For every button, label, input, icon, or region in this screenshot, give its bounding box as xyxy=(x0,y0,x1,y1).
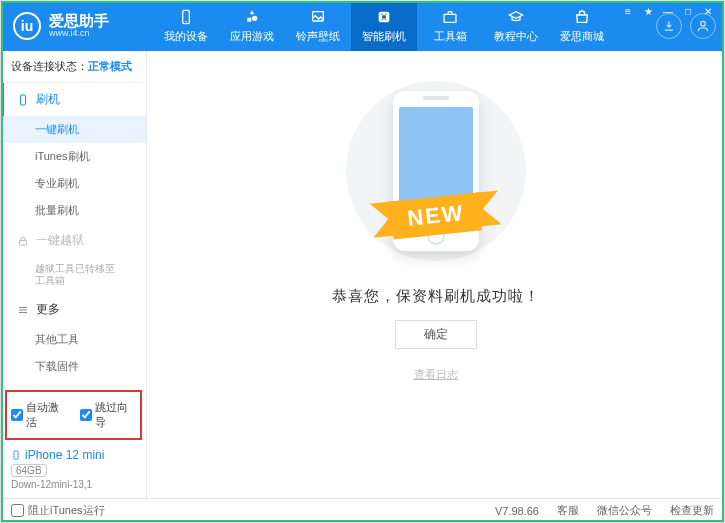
side-nav: 刷机 一键刷机 iTunes刷机 专业刷机 批量刷机 一键越狱 越狱工具已转移至 xyxy=(1,83,146,388)
minimize-icon[interactable]: — xyxy=(658,4,678,18)
sidebar-item-one-click-flash[interactable]: 一键刷机 xyxy=(1,116,146,143)
tutorial-icon xyxy=(507,8,525,26)
side-head-flash[interactable]: 刷机 xyxy=(1,83,146,116)
brand-url: www.i4.cn xyxy=(49,29,109,39)
app-title: 爱思助手 xyxy=(49,13,109,30)
menu-icon[interactable]: ≡ xyxy=(618,4,638,18)
side-section-more: 更多 其他工具 下载固件 高级功能 xyxy=(1,293,146,388)
phone-icon xyxy=(11,448,21,462)
brand-text: 爱思助手 www.i4.cn xyxy=(49,13,109,39)
checkbox-block-itunes[interactable]: 阻止iTunes运行 xyxy=(11,503,105,518)
nav-label: 我的设备 xyxy=(164,29,208,44)
nav-my-device[interactable]: 我的设备 xyxy=(153,1,219,51)
checkbox-label: 跳过向导 xyxy=(95,400,137,430)
device-note: Down-12mini-13,1 xyxy=(11,479,136,490)
sidebar-item-batch-flash[interactable]: 批量刷机 xyxy=(1,197,146,224)
svg-rect-4 xyxy=(444,14,456,22)
side-head-label: 刷机 xyxy=(36,91,60,108)
lock-icon xyxy=(16,234,30,248)
device-storage-badge: 64GB xyxy=(11,464,47,477)
connection-status: 设备连接状态：正常模式 xyxy=(1,51,146,83)
checkbox-auto-activate-input[interactable] xyxy=(11,409,23,421)
phone-icon xyxy=(177,8,195,26)
sidebar-item-other-tools[interactable]: 其他工具 xyxy=(1,326,146,353)
device-name: iPhone 12 mini xyxy=(11,448,136,462)
side-section-jailbreak: 一键越狱 越狱工具已转移至 工具箱 xyxy=(1,224,146,293)
device-name-text: iPhone 12 mini xyxy=(25,448,104,462)
more-icon xyxy=(16,303,30,317)
checkbox-label: 自动激活 xyxy=(26,400,68,430)
sidebar-item-jailbreak-moved: 越狱工具已转移至 工具箱 xyxy=(1,257,146,293)
nav-label: 教程中心 xyxy=(494,29,538,44)
status-bar: 阻止iTunes运行 V7.98.66 客服 微信公众号 检查更新 xyxy=(1,498,724,522)
sidebar-item-download-firmware[interactable]: 下载固件 xyxy=(1,353,146,380)
phone-icon xyxy=(16,93,30,107)
nav-label: 工具箱 xyxy=(434,29,467,44)
wallpaper-icon xyxy=(309,8,327,26)
side-head-label: 更多 xyxy=(36,301,60,318)
store-icon xyxy=(573,8,591,26)
check-update-link[interactable]: 检查更新 xyxy=(670,503,714,518)
wechat-link[interactable]: 微信公众号 xyxy=(597,503,652,518)
main-content: NEW 恭喜您，保资料刷机成功啦！ 确定 查看日志 xyxy=(147,51,724,498)
svg-rect-6 xyxy=(21,95,26,105)
nav-flash[interactable]: 智能刷机 xyxy=(351,1,417,51)
nav-tutorial[interactable]: 教程中心 xyxy=(483,1,549,51)
customer-service-link[interactable]: 客服 xyxy=(557,503,579,518)
apps-icon xyxy=(243,8,261,26)
user-icon xyxy=(696,19,710,33)
brand: iu 爱思助手 www.i4.cn xyxy=(13,12,153,40)
app-window: ≡ ★ — □ ✕ iu 爱思助手 www.i4.cn 我的设备 应用游戏 xyxy=(0,0,725,523)
status-value: 正常模式 xyxy=(88,60,132,72)
success-illustration: NEW xyxy=(336,81,536,261)
brand-logo-icon: iu xyxy=(13,12,41,40)
jailbreak-note-line1: 越狱工具已转移至 xyxy=(35,263,146,275)
view-log-link[interactable]: 查看日志 xyxy=(414,367,458,382)
sidebar-options-highlight: 自动激活 跳过向导 xyxy=(5,390,142,440)
flash-icon xyxy=(375,8,393,26)
side-head-label: 一键越狱 xyxy=(36,232,84,249)
titlebar: iu 爱思助手 www.i4.cn 我的设备 应用游戏 铃声壁纸 智能刷机 xyxy=(1,1,724,51)
close-icon[interactable]: ✕ xyxy=(698,4,718,18)
sidebar-item-itunes-flash[interactable]: iTunes刷机 xyxy=(1,143,146,170)
nav-toolbox[interactable]: 工具箱 xyxy=(417,1,483,51)
checkbox-auto-activate[interactable]: 自动激活 xyxy=(11,400,68,430)
nav-label: 铃声壁纸 xyxy=(296,29,340,44)
nav-label: 爱思商城 xyxy=(560,29,604,44)
nav-label: 应用游戏 xyxy=(230,29,274,44)
side-head-more[interactable]: 更多 xyxy=(1,293,146,326)
toolbox-icon xyxy=(441,8,459,26)
svg-rect-11 xyxy=(14,451,18,459)
nav-ringtones[interactable]: 铃声壁纸 xyxy=(285,1,351,51)
side-head-jailbreak[interactable]: 一键越狱 xyxy=(1,224,146,257)
svg-point-5 xyxy=(701,21,706,26)
checkbox-skip-guide[interactable]: 跳过向导 xyxy=(80,400,137,430)
status-label: 设备连接状态： xyxy=(11,60,88,72)
nav-store[interactable]: 爱思商城 xyxy=(549,1,615,51)
jailbreak-note-line2: 工具箱 xyxy=(35,275,146,287)
success-message: 恭喜您，保资料刷机成功啦！ xyxy=(332,287,540,306)
ok-button[interactable]: 确定 xyxy=(395,320,477,349)
svg-rect-7 xyxy=(20,240,27,245)
sidebar: 设备连接状态：正常模式 刷机 一键刷机 iTunes刷机 专业刷机 批量刷机 xyxy=(1,51,147,498)
checkbox-label: 阻止iTunes运行 xyxy=(28,503,105,518)
nav-label: 智能刷机 xyxy=(362,29,406,44)
device-block[interactable]: iPhone 12 mini 64GB Down-12mini-13,1 xyxy=(1,442,146,498)
side-section-flash: 刷机 一键刷机 iTunes刷机 专业刷机 批量刷机 xyxy=(1,83,146,224)
maximize-icon[interactable]: □ xyxy=(678,4,698,18)
sidebar-item-advanced[interactable]: 高级功能 xyxy=(1,380,146,388)
version-label: V7.98.66 xyxy=(495,505,539,517)
body: 设备连接状态：正常模式 刷机 一键刷机 iTunes刷机 专业刷机 批量刷机 xyxy=(1,51,724,498)
checkbox-block-itunes-input[interactable] xyxy=(11,504,24,517)
download-icon xyxy=(662,19,676,33)
sidebar-item-pro-flash[interactable]: 专业刷机 xyxy=(1,170,146,197)
skin-icon[interactable]: ★ xyxy=(638,4,658,18)
top-nav: 我的设备 应用游戏 铃声壁纸 智能刷机 工具箱 教程中心 xyxy=(153,1,650,51)
window-controls: ≡ ★ — □ ✕ xyxy=(618,4,718,18)
nav-apps[interactable]: 应用游戏 xyxy=(219,1,285,51)
checkbox-skip-guide-input[interactable] xyxy=(80,409,92,421)
